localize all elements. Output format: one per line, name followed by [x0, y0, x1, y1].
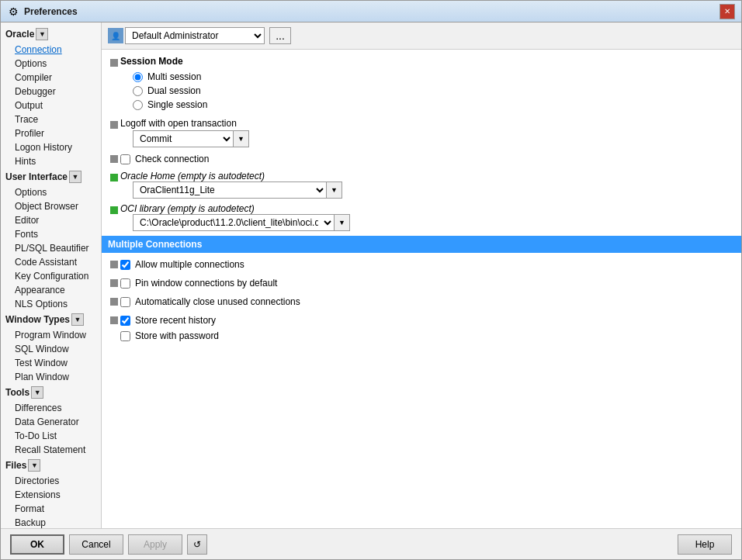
oci-select[interactable]: C:\Oracle\product\11.2.0\client_lite\bin…	[133, 214, 335, 231]
sidebar-item-code-assistant[interactable]: Code Assistant	[1, 255, 101, 269]
pin-window-item[interactable]: Pin window connections by default	[120, 276, 735, 290]
title-bar: ⚙ Preferences ✕	[1, 1, 741, 22]
settings-area: Session Mode Multi session Dual session	[102, 50, 741, 528]
sidebar-item-object-browser[interactable]: Object Browser	[1, 199, 101, 213]
auto-close-checkbox[interactable]	[120, 297, 130, 307]
files-arrow[interactable]: ▼	[28, 459, 40, 472]
cancel-button[interactable]: Cancel	[69, 534, 123, 555]
oracle-section-header[interactable]: Oracle ▼	[1, 26, 101, 43]
radio-multi-session-input[interactable]	[133, 72, 143, 82]
sidebar-item-test-window[interactable]: Test Window	[1, 356, 101, 370]
sidebar-item-differences[interactable]: Differences	[1, 401, 101, 415]
sidebar-item-key-configuration[interactable]: Key Configuration	[1, 269, 101, 283]
commit-dropdown-btn[interactable]: ▼	[234, 130, 249, 147]
allow-multiple-checkbox[interactable]	[120, 260, 130, 270]
session-mode-section: Session Mode Multi session Dual session	[108, 56, 735, 113]
allow-multiple-indicator	[108, 258, 120, 268]
pin-window-indicator	[108, 276, 120, 287]
check-connection-indicator	[108, 152, 120, 163]
allow-multiple-item[interactable]: Allow multiple connections	[120, 258, 735, 271]
oracle-dropdown-btn[interactable]: ▼	[327, 181, 342, 199]
sidebar-item-fonts[interactable]: Fonts	[1, 227, 101, 241]
dots-button[interactable]: ...	[269, 27, 291, 44]
session-mode-radio-group: Multi session Dual session Single sessio…	[120, 71, 735, 110]
pin-window-content: Pin window connections by default	[120, 276, 735, 290]
logoff-content: Logoff with open transaction Commit ▼	[120, 118, 735, 147]
sidebar-item-program-window[interactable]: Program Window	[1, 328, 101, 342]
oracle-arrow[interactable]: ▼	[36, 28, 48, 40]
sidebar-item-todo-list[interactable]: To-Do List	[1, 429, 101, 443]
multiple-connections-header: Multiple Connections	[102, 236, 741, 253]
sidebar-item-sql-window[interactable]: SQL Window	[1, 342, 101, 356]
auto-close-item[interactable]: Automatically close unused connections	[120, 295, 735, 309]
sidebar-item-format[interactable]: Format	[1, 502, 101, 516]
oci-dropdown-btn[interactable]: ▼	[335, 214, 350, 231]
profile-dropdown: 👤 Default Administrator	[108, 27, 265, 44]
radio-multi-session[interactable]: Multi session	[133, 71, 735, 82]
check-connection-content: Check connection	[120, 152, 735, 166]
tools-section-header[interactable]: Tools ▼	[1, 384, 101, 401]
logoff-indicator	[108, 118, 120, 129]
oracle-section-label: Oracle	[5, 29, 34, 40]
radio-dual-session-input[interactable]	[133, 86, 143, 96]
store-history-checkbox[interactable]	[120, 316, 130, 326]
oracle-select[interactable]: OraClient11g_Lite	[133, 181, 327, 199]
sidebar-item-nls-options[interactable]: NLS Options	[1, 297, 101, 311]
store-password-checkbox[interactable]	[120, 331, 130, 341]
main-content: Oracle ▼ Connection Options Compiler Deb…	[1, 22, 741, 528]
sidebar-item-connection[interactable]: Connection	[1, 43, 101, 57]
sidebar-item-editor[interactable]: Editor	[1, 213, 101, 227]
oci-library-section: OCI library (empty is autodetect) C:\Ora…	[108, 203, 735, 231]
help-button[interactable]: Help	[678, 534, 732, 555]
allow-multiple-square	[110, 261, 118, 268]
files-section-header[interactable]: Files ▼	[1, 457, 101, 474]
sidebar-item-recall-statement[interactable]: Recall Statement	[1, 443, 101, 457]
radio-dual-session[interactable]: Dual session	[133, 85, 735, 96]
profile-select[interactable]: Default Administrator	[125, 27, 265, 44]
sidebar-item-output[interactable]: Output	[1, 99, 101, 112]
oracle-home-indicator	[108, 171, 120, 181]
check-connection-item[interactable]: Check connection	[120, 152, 735, 166]
pin-window-checkbox[interactable]	[120, 278, 130, 289]
sidebar-item-options-oracle[interactable]: Options	[1, 57, 101, 71]
check-connection-checkbox[interactable]	[120, 154, 130, 164]
window-types-section-label: Window Types	[5, 314, 70, 325]
sidebar-item-directories[interactable]: Directories	[1, 474, 101, 488]
close-button[interactable]: ✕	[719, 4, 735, 19]
sidebar-item-extensions[interactable]: Extensions	[1, 488, 101, 502]
store-history-item[interactable]: Store recent history	[120, 313, 735, 327]
sidebar-item-plan-window[interactable]: Plan Window	[1, 370, 101, 384]
store-history-row: Store recent history Store with password	[108, 313, 735, 343]
session-mode-content: Session Mode Multi session Dual session	[120, 56, 735, 113]
window-types-arrow[interactable]: ▼	[71, 313, 84, 326]
radio-single-session[interactable]: Single session	[133, 99, 735, 110]
oci-library-content: OCI library (empty is autodetect) C:\Ora…	[120, 203, 735, 231]
sidebar-item-backup[interactable]: Backup	[1, 516, 101, 528]
ui-arrow[interactable]: ▼	[69, 171, 81, 183]
window-title: Preferences	[24, 6, 78, 17]
sidebar-item-options-ui[interactable]: Options	[1, 185, 101, 199]
sidebar-item-logon-history[interactable]: Logon History	[1, 140, 101, 154]
sidebar-item-appearance[interactable]: Appearance	[1, 283, 101, 297]
window-types-section-header[interactable]: Window Types ▼	[1, 311, 101, 328]
auto-close-square	[110, 298, 118, 306]
apply-button[interactable]: Apply	[128, 534, 182, 555]
ui-section-header[interactable]: User Interface ▼	[1, 168, 101, 185]
sidebar-item-hints[interactable]: Hints	[1, 154, 101, 168]
tools-section-label: Tools	[5, 387, 29, 398]
commit-select[interactable]: Commit	[133, 130, 234, 147]
sidebar-item-plsql-beautifier[interactable]: PL/SQL Beautifier	[1, 241, 101, 255]
store-history-label: Store recent history	[135, 315, 216, 326]
sidebar-item-data-generator[interactable]: Data Generator	[1, 415, 101, 429]
sidebar-item-profiler[interactable]: Profiler	[1, 126, 101, 140]
store-password-item[interactable]: Store with password	[120, 329, 735, 343]
radio-single-session-input[interactable]	[133, 100, 143, 110]
ok-button[interactable]: OK	[10, 534, 64, 555]
auto-close-content: Automatically close unused connections	[120, 295, 735, 309]
restore-button[interactable]: ↺	[187, 534, 207, 555]
sidebar-item-debugger[interactable]: Debugger	[1, 85, 101, 99]
tools-arrow[interactable]: ▼	[31, 386, 43, 399]
sidebar-item-trace[interactable]: Trace	[1, 112, 101, 126]
logoff-label: Logoff with open transaction	[120, 118, 735, 129]
sidebar-item-compiler[interactable]: Compiler	[1, 71, 101, 85]
